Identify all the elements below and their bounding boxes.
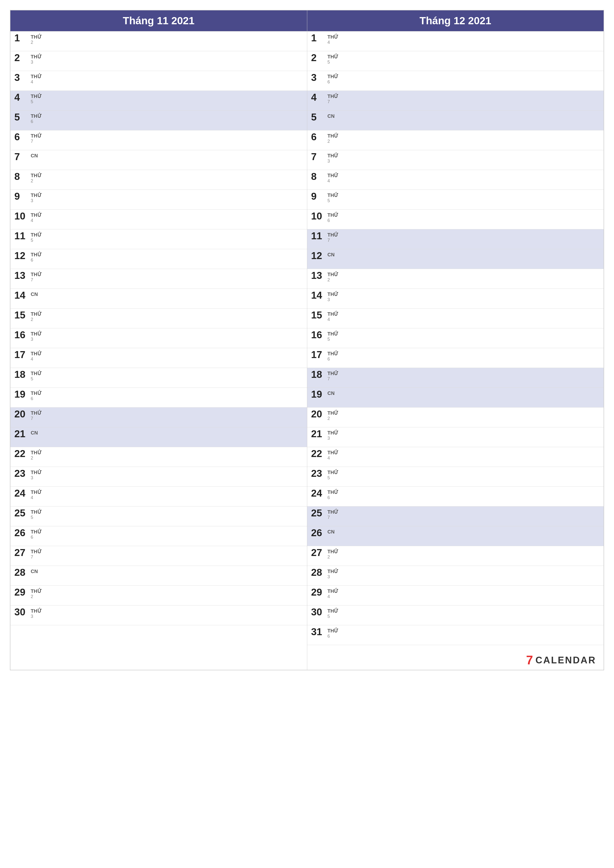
- day-number: 6: [311, 132, 326, 142]
- day-number: 5: [311, 112, 326, 122]
- day-row: 29THỨ2: [10, 586, 307, 606]
- day-row: 14CN: [10, 289, 307, 308]
- day-info: THỨ3: [328, 152, 339, 164]
- day-number: 14: [311, 290, 326, 300]
- day-week-num: 6: [31, 535, 42, 540]
- day-week-num: 6: [31, 119, 42, 124]
- day-info: CN: [31, 567, 38, 574]
- day-row: 27THỨ7: [10, 546, 307, 566]
- day-number: 10: [14, 211, 29, 221]
- day-row: 25THỨ7: [307, 507, 604, 526]
- day-row: 17THỨ4: [10, 348, 307, 368]
- day-week-num: 4: [328, 178, 339, 184]
- day-name: CN: [31, 153, 38, 159]
- day-number: 6: [14, 132, 29, 142]
- day-number: 18: [311, 369, 326, 379]
- day-week-num: 6: [328, 356, 339, 362]
- day-info: THỨ7: [328, 508, 339, 520]
- day-name: THỨ: [328, 331, 339, 337]
- day-info: THỨ7: [328, 231, 339, 243]
- day-row: 2THỨ3: [10, 51, 307, 71]
- day-name: THỨ: [31, 529, 42, 535]
- day-info: THỨ5: [31, 508, 42, 520]
- day-name: THỨ: [31, 212, 42, 218]
- day-info: THỨ2: [31, 449, 42, 461]
- day-week-num: 4: [328, 317, 339, 322]
- day-row: 21THỨ3: [307, 427, 604, 447]
- day-number: 7: [14, 152, 29, 161]
- day-row: 29THỨ4: [307, 586, 604, 606]
- day-row: 30THỨ5: [307, 606, 604, 625]
- day-number: 23: [311, 468, 326, 478]
- day-week-num: 6: [328, 218, 339, 223]
- day-info: THỨ2: [328, 132, 339, 144]
- day-number: 13: [311, 270, 326, 281]
- day-info: THỨ6: [328, 627, 339, 639]
- day-info: THỨ6: [31, 112, 42, 124]
- day-row: 28CN: [10, 566, 307, 586]
- day-number: 28: [14, 567, 29, 577]
- day-number: 5: [14, 112, 29, 122]
- day-row: 31THỨ6: [307, 625, 604, 645]
- day-week-num: 2: [31, 456, 42, 461]
- day-row: 23THỨ3: [10, 467, 307, 487]
- day-name: THỨ: [328, 54, 339, 60]
- day-info: THỨ4: [31, 211, 42, 223]
- day-number: 22: [311, 449, 326, 459]
- day-info: THỨ5: [31, 231, 42, 243]
- day-name: THỨ: [328, 588, 339, 594]
- day-name: CN: [31, 291, 38, 297]
- day-name: THỨ: [328, 350, 339, 356]
- day-row: 23THỨ5: [307, 467, 604, 487]
- day-name: THỨ: [31, 588, 42, 594]
- day-info: THỨ3: [31, 330, 42, 342]
- day-name: CN: [328, 113, 335, 119]
- day-number: 1: [14, 33, 29, 43]
- day-info: CN: [328, 528, 335, 535]
- day-info: THỨ2: [31, 587, 42, 600]
- day-number: 14: [14, 290, 29, 300]
- day-name: THỨ: [31, 232, 42, 238]
- day-row: 13THỨ2: [307, 269, 604, 289]
- day-name: THỨ: [328, 549, 339, 555]
- day-row: 14THỨ3: [307, 289, 604, 308]
- day-row: 8THỨ4: [307, 170, 604, 190]
- day-row: 10THỨ6: [307, 209, 604, 229]
- day-week-num: 5: [328, 60, 339, 65]
- day-row: 12THỨ6: [10, 249, 307, 269]
- day-number: 23: [14, 468, 29, 478]
- day-week-num: 3: [328, 159, 339, 164]
- day-name: THỨ: [31, 470, 42, 475]
- calendar-brand: 7 CALENDAR: [526, 653, 596, 667]
- day-week-num: 2: [31, 317, 42, 322]
- day-week-num: 4: [328, 594, 339, 600]
- day-name: THỨ: [31, 608, 42, 614]
- day-row: 5THỨ6: [10, 111, 307, 130]
- day-name: THỨ: [31, 252, 42, 257]
- day-row: 15THỨ2: [10, 308, 307, 329]
- month-december: Tháng 12 2021 1THỨ42THỨ53THỨ64THỨ75CN6TH…: [307, 10, 604, 670]
- day-name: THỨ: [328, 133, 339, 139]
- day-number: 19: [14, 389, 29, 399]
- day-row: 16THỨ3: [10, 329, 307, 348]
- day-number: 28: [311, 567, 326, 577]
- day-name: CN: [328, 252, 335, 257]
- day-name: THỨ: [31, 133, 42, 139]
- day-row: 18THỨ7: [307, 368, 604, 388]
- day-row: 13THỨ7: [10, 269, 307, 289]
- day-row: 4THỨ5: [10, 91, 307, 111]
- day-name: THỨ: [31, 34, 42, 40]
- day-name: THỨ: [328, 34, 339, 40]
- day-number: 15: [14, 310, 29, 320]
- day-info: THỨ5: [328, 191, 339, 204]
- day-name: THỨ: [31, 172, 42, 178]
- day-name: THỨ: [328, 172, 339, 178]
- day-name: CN: [31, 430, 38, 436]
- day-name: THỨ: [328, 410, 339, 416]
- day-number: 27: [311, 547, 326, 558]
- day-info: THỨ6: [328, 488, 339, 501]
- day-name: THỨ: [31, 331, 42, 337]
- day-info: THỨ4: [31, 73, 42, 85]
- day-week-num: 7: [328, 238, 339, 243]
- day-number: 26: [311, 528, 326, 538]
